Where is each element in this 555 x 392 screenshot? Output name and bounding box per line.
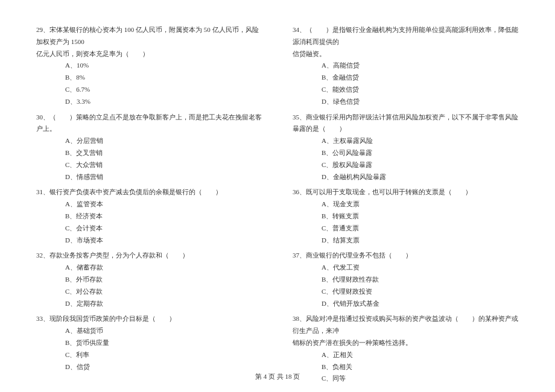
question-text: 38、风险对冲是指通过投资或购买与标的资产收益波动（ ）的某种资产或衍生产品，来… <box>293 313 519 337</box>
option-b: B、负相关 <box>293 361 519 373</box>
option-a: A、分层营销 <box>36 135 262 147</box>
question-35: 35、商业银行采用内部评级法计算信用风险加权资产，以下不属于非零售风险暴露的是（… <box>293 112 519 183</box>
option-d: D、定期存款 <box>36 298 262 310</box>
question-36: 36、既可以用于支取现金，也可以用于转账的支票是（ ） A、现金支票 B、转账支… <box>293 186 519 246</box>
option-c: C、普通支票 <box>293 223 519 235</box>
question-text: 33、现阶段我国货币政策的中介目标是（ ） <box>36 313 262 325</box>
right-column: 34、（ ）是指银行业金融机构为支持用能单位提高能源利用效率，降低能源消耗而提供… <box>293 24 519 388</box>
option-b: B、经济资本 <box>36 210 262 223</box>
question-text: 32、存款业务按客户类型，分为个人存款和（ ） <box>36 250 262 262</box>
option-a: A、代发工资 <box>293 262 519 274</box>
question-text: 29、宋体某银行的核心资本为 100 亿人民币，附属资本为 50 亿人民币，风险… <box>36 24 262 48</box>
question-text: 34、（ ）是指银行业金融机构为支持用能单位提高能源利用效率，降低能源消耗而提供… <box>293 24 519 48</box>
option-d: D、结算支票 <box>293 235 519 247</box>
option-a: A、正相关 <box>293 349 519 361</box>
option-b: B、代理财政性存款 <box>293 274 519 286</box>
option-d: D、金融机构风险暴露 <box>293 171 519 183</box>
option-d: D、3.3% <box>36 96 262 108</box>
question-text: 36、既可以用于支取现金，也可以用于转账的支票是（ ） <box>293 186 519 198</box>
option-b: B、货币供应量 <box>36 337 262 349</box>
option-d: D、绿色信贷 <box>293 96 519 108</box>
option-b: B、外币存款 <box>36 274 262 286</box>
question-31: 31、银行资产负债表中资产减去负债后的余额是银行的（ ） A、监管资本 B、经济… <box>36 186 262 246</box>
option-d: D、代销开放式基金 <box>293 298 519 310</box>
question-text: 37、商业银行的代理业务不包括（ ） <box>293 250 519 262</box>
question-32: 32、存款业务按客户类型，分为个人存款和（ ） A、储蓄存款 B、外币存款 C、… <box>36 250 262 309</box>
option-d: D、信贷 <box>36 361 262 373</box>
option-c: C、会计资本 <box>36 223 262 235</box>
option-b: B、8% <box>36 72 262 84</box>
question-text-continue: 亿元人民币，则资本充足率为（ ） <box>36 48 262 60</box>
page-footer: 第 4 页 共 18 页 <box>0 372 555 381</box>
question-text: 31、银行资产负债表中资产减去负债后的余额是银行的（ ） <box>36 186 262 198</box>
option-a: A、主权暴露风险 <box>293 135 519 147</box>
option-a: A、高能信贷 <box>293 60 519 72</box>
option-c: C、利率 <box>36 349 262 361</box>
question-text: 35、商业银行采用内部评级法计算信用风险加权资产，以下不属于非零售风险暴露的是（… <box>293 112 519 136</box>
question-text-continue: 销标的资产潜在损失的一种策略性选择。 <box>293 337 519 349</box>
option-a: A、现金支票 <box>293 198 519 210</box>
option-c: C、大众营销 <box>36 159 262 171</box>
option-b: B、转账支票 <box>293 210 519 223</box>
option-a: A、10% <box>36 60 262 72</box>
document-content: 29、宋体某银行的核心资本为 100 亿人民币，附属资本为 50 亿人民币，风险… <box>36 24 519 388</box>
question-30: 30、（ ）策略的立足点不是放在争取新客户上，而是把工夫花在挽留老客户上。 A、… <box>36 112 262 183</box>
left-column: 29、宋体某银行的核心资本为 100 亿人民币，附属资本为 50 亿人民币，风险… <box>36 24 262 388</box>
option-b: B、金融信贷 <box>293 72 519 84</box>
question-37: 37、商业银行的代理业务不包括（ ） A、代发工资 B、代理财政性存款 C、代理… <box>293 250 519 309</box>
option-a: A、监管资本 <box>36 198 262 210</box>
question-29: 29、宋体某银行的核心资本为 100 亿人民币，附属资本为 50 亿人民币，风险… <box>36 24 262 108</box>
option-b: B、交叉营销 <box>36 147 262 159</box>
option-d: D、市场资本 <box>36 235 262 247</box>
question-33: 33、现阶段我国货币政策的中介目标是（ ） A、基础货币 B、货币供应量 C、利… <box>36 313 262 373</box>
option-c: C、6.7% <box>36 84 262 96</box>
question-34: 34、（ ）是指银行业金融机构为支持用能单位提高能源利用效率，降低能源消耗而提供… <box>293 24 519 108</box>
option-d: D、情感营销 <box>36 171 262 183</box>
option-c: C、代理财政投资 <box>293 286 519 298</box>
option-b: B、公司风险暴露 <box>293 147 519 159</box>
option-c: C、能效信贷 <box>293 84 519 96</box>
question-text: 30、（ ）策略的立足点不是放在争取新客户上，而是把工夫花在挽留老客户上。 <box>36 112 262 136</box>
option-a: A、储蓄存款 <box>36 262 262 274</box>
option-c: C、对公存款 <box>36 286 262 298</box>
question-text-continue: 信贷融资。 <box>293 48 519 60</box>
option-a: A、基础货币 <box>36 325 262 337</box>
option-c: C、股权风险暴露 <box>293 159 519 171</box>
